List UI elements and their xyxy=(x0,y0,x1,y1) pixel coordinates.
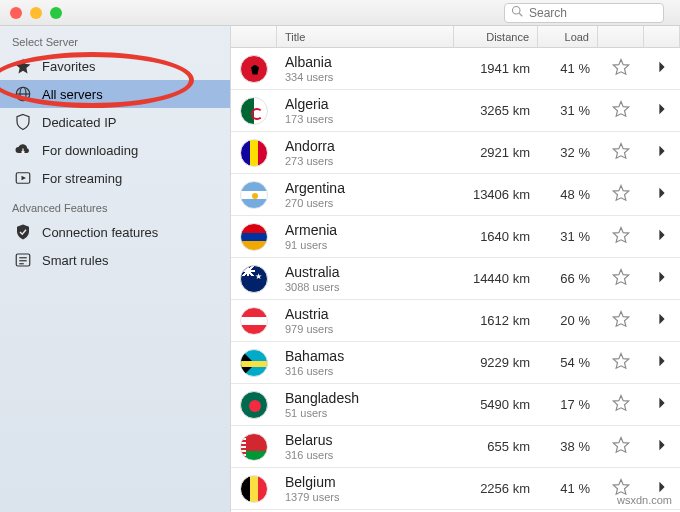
cloud-download-icon xyxy=(14,141,32,159)
country-name: Andorra xyxy=(285,138,335,154)
country-name: Algeria xyxy=(285,96,329,112)
load-value: 31 % xyxy=(560,103,590,118)
sidebar-item-connection-features[interactable]: Connection features xyxy=(0,218,230,246)
distance-value: 3265 km xyxy=(480,103,530,118)
table-row[interactable]: Bahamas316 users9229 km54 % xyxy=(231,342,680,384)
country-name: Austria xyxy=(285,306,329,322)
load-value: 54 % xyxy=(560,355,590,370)
favorite-star-icon[interactable] xyxy=(611,99,631,122)
favorite-star-icon[interactable] xyxy=(611,393,631,416)
search-field[interactable] xyxy=(504,3,664,23)
table-row[interactable]: Albania334 users1941 km41 % xyxy=(231,48,680,90)
country-name: Bangladesh xyxy=(285,390,359,406)
favorite-star-icon[interactable] xyxy=(611,141,631,164)
sidebar-item-favorites[interactable]: Favorites xyxy=(0,52,230,80)
sidebar-section-advanced: Advanced Features xyxy=(0,198,230,218)
table-row[interactable]: Armenia91 users1640 km31 % xyxy=(231,216,680,258)
chevron-right-icon[interactable] xyxy=(657,312,667,329)
flag-icon xyxy=(240,349,268,377)
user-count: 3088 users xyxy=(285,281,339,293)
user-count: 316 users xyxy=(285,365,333,377)
user-count: 51 users xyxy=(285,407,327,419)
user-count: 270 users xyxy=(285,197,333,209)
sidebar: Select Server Favorites All servers Dedi… xyxy=(0,26,230,512)
chevron-right-icon[interactable] xyxy=(657,354,667,371)
user-count: 173 users xyxy=(285,113,333,125)
sidebar-item-all-servers[interactable]: All servers xyxy=(0,80,230,108)
shield-check-icon xyxy=(14,223,32,241)
server-list-panel: Title Distance Load Albania334 users1941… xyxy=(230,26,680,512)
sidebar-item-label: For streaming xyxy=(42,171,122,186)
table-row[interactable]: Belarus316 users655 km38 % xyxy=(231,426,680,468)
favorite-star-icon[interactable] xyxy=(611,225,631,248)
favorite-star-icon[interactable] xyxy=(611,267,631,290)
load-value: 20 % xyxy=(560,313,590,328)
table-row[interactable]: Australia3088 users14440 km66 % xyxy=(231,258,680,300)
sidebar-item-smart-rules[interactable]: Smart rules xyxy=(0,246,230,274)
col-fav-header[interactable] xyxy=(598,26,644,47)
favorite-star-icon[interactable] xyxy=(611,351,631,374)
user-count: 1379 users xyxy=(285,491,339,503)
col-title-header[interactable]: Title xyxy=(277,26,454,47)
distance-value: 2921 km xyxy=(480,145,530,160)
col-load-header[interactable]: Load xyxy=(538,26,598,47)
minimize-button[interactable] xyxy=(30,7,42,19)
sidebar-item-label: Dedicated IP xyxy=(42,115,116,130)
col-flag-header[interactable] xyxy=(231,26,277,47)
table-row[interactable]: Andorra273 users2921 km32 % xyxy=(231,132,680,174)
list-icon xyxy=(14,251,32,269)
close-button[interactable] xyxy=(10,7,22,19)
table-row[interactable]: Austria979 users1612 km20 % xyxy=(231,300,680,342)
chevron-right-icon[interactable] xyxy=(657,144,667,161)
col-expand-header[interactable] xyxy=(644,26,680,47)
table-body: Albania334 users1941 km41 %Algeria173 us… xyxy=(231,48,680,512)
window-controls xyxy=(10,7,62,19)
chevron-right-icon[interactable] xyxy=(657,438,667,455)
table-header: Title Distance Load xyxy=(231,26,680,48)
chevron-right-icon[interactable] xyxy=(657,396,667,413)
table-row[interactable]: Argentina270 users13406 km48 % xyxy=(231,174,680,216)
sidebar-item-label: Connection features xyxy=(42,225,158,240)
titlebar xyxy=(0,0,680,26)
favorite-star-icon[interactable] xyxy=(611,183,631,206)
favorite-star-icon[interactable] xyxy=(611,435,631,458)
maximize-button[interactable] xyxy=(50,7,62,19)
sidebar-item-streaming[interactable]: For streaming xyxy=(0,164,230,192)
star-icon xyxy=(14,57,32,75)
chevron-right-icon[interactable] xyxy=(657,228,667,245)
chevron-right-icon[interactable] xyxy=(657,186,667,203)
distance-value: 9229 km xyxy=(480,355,530,370)
flag-icon xyxy=(240,223,268,251)
sidebar-item-downloading[interactable]: For downloading xyxy=(0,136,230,164)
country-name: Australia xyxy=(285,264,339,280)
chevron-right-icon[interactable] xyxy=(657,270,667,287)
sidebar-item-dedicated-ip[interactable]: Dedicated IP xyxy=(0,108,230,136)
country-name: Bahamas xyxy=(285,348,344,364)
favorite-star-icon[interactable] xyxy=(611,309,631,332)
distance-value: 2256 km xyxy=(480,481,530,496)
load-value: 48 % xyxy=(560,187,590,202)
favorite-star-icon[interactable] xyxy=(611,57,631,80)
distance-value: 5490 km xyxy=(480,397,530,412)
user-count: 316 users xyxy=(285,449,333,461)
user-count: 273 users xyxy=(285,155,333,167)
distance-value: 14440 km xyxy=(473,271,530,286)
load-value: 41 % xyxy=(560,481,590,496)
distance-value: 13406 km xyxy=(473,187,530,202)
flag-icon xyxy=(240,181,268,209)
table-row[interactable]: Algeria173 users3265 km31 % xyxy=(231,90,680,132)
load-value: 41 % xyxy=(560,61,590,76)
country-name: Argentina xyxy=(285,180,345,196)
country-name: Belgium xyxy=(285,474,336,490)
distance-value: 1941 km xyxy=(480,61,530,76)
col-distance-header[interactable]: Distance xyxy=(454,26,538,47)
chevron-right-icon[interactable] xyxy=(657,60,667,77)
svg-point-0 xyxy=(513,7,521,15)
table-row[interactable]: Belgium1379 users2256 km41 % xyxy=(231,468,680,510)
search-input[interactable] xyxy=(529,6,657,20)
sidebar-section-select-server: Select Server xyxy=(0,32,230,52)
flag-icon xyxy=(240,475,268,503)
chevron-right-icon[interactable] xyxy=(657,102,667,119)
table-row[interactable]: Bangladesh51 users5490 km17 % xyxy=(231,384,680,426)
flag-icon xyxy=(240,265,268,293)
